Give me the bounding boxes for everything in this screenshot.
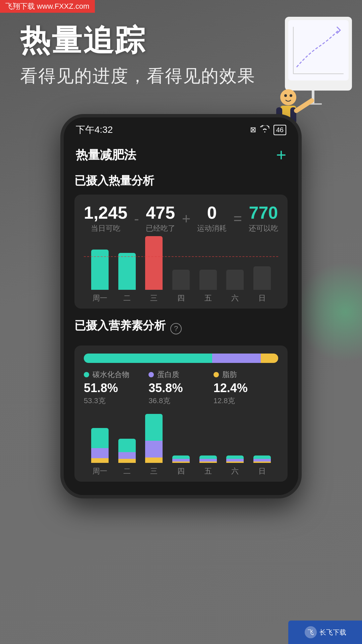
fat-dot	[214, 372, 219, 377]
sb-yellow-四	[172, 462, 190, 463]
bar-label-五: 五	[204, 293, 212, 309]
fat-name: 脂肪	[222, 370, 237, 380]
sim-icon: ⊠	[250, 125, 256, 134]
bar-group-五: 五	[199, 270, 217, 309]
stacked-bar-三	[145, 414, 163, 463]
equals-operator: =	[233, 210, 242, 227]
carb-dot	[84, 372, 89, 377]
sb-yellow-六	[226, 462, 244, 463]
header-section: 热量追踪 看得见的进度，看得见的效果	[0, 20, 362, 88]
phone-wrapper: 下午4:32 ⊠ 46 热量减肥法 + 已摄入热量分析	[60, 114, 302, 498]
bar-group-二: 二	[118, 253, 136, 309]
app-content: 热量减肥法 + 已摄入热量分析 1,245 当日可吃 - 475 已经吃了	[64, 140, 298, 495]
bar-group-四: 四	[172, 270, 190, 309]
cal-exercise-label: 运动消耗	[197, 223, 227, 233]
sb-yellow-日	[253, 462, 271, 463]
phone-mockup: 下午4:32 ⊠ 46 热量减肥法 + 已摄入热量分析	[60, 114, 302, 498]
bar-label-日: 日	[258, 293, 266, 309]
cal-eaten-label: 已经吃了	[146, 223, 175, 233]
stacked-bar-周一	[91, 428, 109, 463]
cal-exercise: 0 运动消耗	[197, 204, 227, 233]
calorie-summary: 1,245 当日可吃 - 475 已经吃了 + 0 运动消耗 =	[84, 204, 278, 233]
sb-teal-三	[145, 414, 163, 441]
status-bar: 下午4:32 ⊠ 46	[64, 117, 298, 140]
plus-operator: +	[182, 210, 191, 227]
sb-teal-二	[118, 439, 136, 452]
protein-dot	[148, 372, 154, 377]
sub-title: 看得见的进度，看得见的效果	[20, 64, 342, 88]
svg-line-10	[296, 101, 312, 111]
bar-label-四: 四	[177, 293, 185, 309]
legend-fat: 脂肪 12.4% 12.8克	[214, 370, 278, 406]
fat-percent: 12.4%	[214, 381, 278, 395]
help-icon[interactable]: ?	[170, 323, 182, 334]
carb-percent: 51.8%	[84, 381, 148, 395]
bar-label-二: 二	[123, 293, 131, 309]
add-button[interactable]: +	[276, 146, 286, 164]
cal-daily-label: 当日可吃	[84, 223, 127, 233]
cal-bar-周一	[91, 250, 109, 290]
sb-teal-四	[172, 455, 190, 459]
status-icons: ⊠ 46	[250, 125, 286, 135]
stacked-group-三: 三	[145, 414, 163, 482]
fat-bar	[261, 354, 278, 363]
stacked-label-六: 六	[231, 466, 239, 482]
main-title: 热量追踪	[20, 20, 342, 61]
carb-bar	[84, 354, 212, 363]
stacked-label-五: 五	[204, 466, 212, 482]
stacked-group-六: 六	[226, 455, 244, 482]
nutrition-section-title: 已摄入营养素分析	[74, 318, 166, 333]
stacked-group-周一: 周一	[91, 428, 109, 482]
stacked-label-周一: 周一	[93, 466, 107, 482]
watermark-bottom-text: 长飞下载	[319, 628, 346, 637]
stacked-bar-六	[226, 455, 244, 463]
stacked-label-二: 二	[123, 466, 131, 482]
stacked-group-五: 五	[199, 455, 217, 482]
sb-yellow-周一	[91, 458, 109, 463]
svg-point-12	[290, 94, 292, 97]
svg-point-6	[280, 89, 296, 105]
sb-purple-四	[172, 459, 190, 462]
watermark-logo: 飞	[304, 626, 317, 639]
cal-exercise-value: 0	[197, 204, 227, 221]
app-header: 热量减肥法 +	[74, 146, 288, 164]
stacked-bar-五	[199, 455, 217, 463]
legend-protein: 蛋白质 35.8% 36.8克	[148, 370, 213, 406]
battery-icon: 46	[274, 125, 286, 135]
stacked-group-二: 二	[118, 439, 136, 482]
bar-label-周一: 周一	[93, 293, 107, 309]
cal-bar-三	[145, 236, 163, 290]
stacked-label-日: 日	[258, 466, 266, 482]
bar-label-三: 三	[150, 293, 158, 309]
carb-grams: 53.3克	[84, 396, 148, 406]
bar-group-日: 日	[253, 266, 271, 309]
cal-remaining: 770 还可以吃	[249, 204, 278, 233]
sb-yellow-三	[145, 458, 163, 463]
protein-percent: 35.8%	[148, 381, 213, 395]
sb-purple-五	[199, 459, 217, 462]
side-button	[299, 184, 302, 211]
bar-group-周一: 周一	[91, 250, 109, 309]
cal-bar-二	[118, 253, 136, 290]
status-time: 下午4:32	[76, 123, 113, 136]
nutrition-card: 碳水化合物 51.8% 53.3克 蛋白质 35.8% 36.8克	[74, 345, 288, 482]
watermark-bottom: 飞 长飞下载	[288, 621, 362, 644]
wifi-icon	[260, 125, 269, 135]
nutrition-legend: 碳水化合物 51.8% 53.3克 蛋白质 35.8% 36.8克	[84, 370, 278, 406]
stacked-group-四: 四	[172, 455, 190, 482]
cal-eaten-value: 475	[146, 204, 175, 221]
minus-operator: -	[134, 210, 139, 227]
bar-group-六: 六	[226, 270, 244, 309]
cal-daily: 1,245 当日可吃	[84, 204, 127, 233]
sb-purple-二	[118, 452, 136, 459]
legend-carb: 碳水化合物 51.8% 53.3克	[84, 370, 148, 406]
stacked-bar-日	[253, 455, 271, 463]
protein-grams: 36.8克	[148, 396, 213, 406]
calorie-section-title: 已摄入热量分析	[74, 173, 288, 189]
calorie-bar-chart: 周一二三四五六日	[84, 241, 278, 309]
fat-grams: 12.8克	[214, 396, 278, 406]
glow-effect	[295, 262, 362, 362]
sb-yellow-二	[118, 459, 136, 463]
cal-remaining-label: 还可以吃	[249, 223, 278, 233]
sb-yellow-五	[199, 462, 217, 463]
